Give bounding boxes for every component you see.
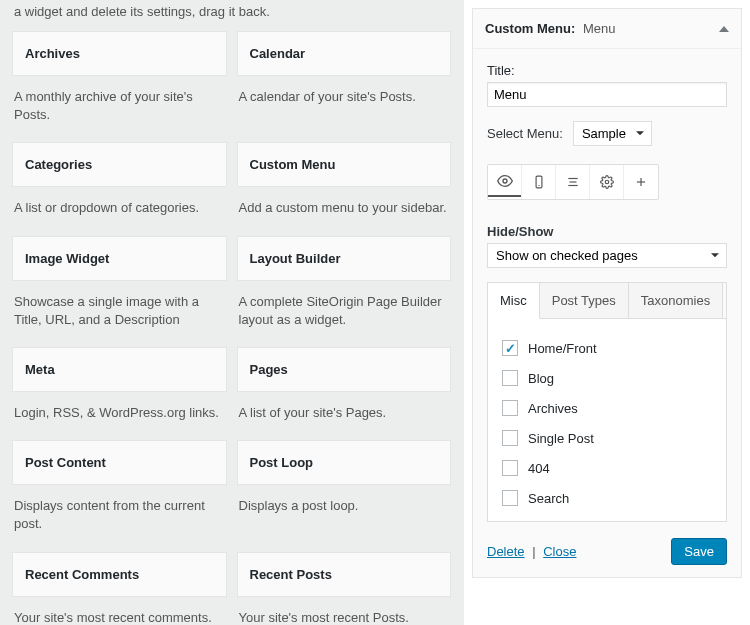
check-label: Search <box>528 491 569 506</box>
visibility-tab[interactable]: Misc <box>488 283 540 319</box>
widget-desc: A monthly archive of your site's Posts. <box>12 76 227 132</box>
delete-link[interactable]: Delete <box>487 544 525 559</box>
panel-header[interactable]: Custom Menu: Menu <box>473 9 741 48</box>
check-item[interactable]: 404 <box>502 453 712 483</box>
widget-desc: Displays a post loop. <box>237 485 452 523</box>
widget-card: Layout BuilderA complete SiteOrigin Page… <box>237 236 452 337</box>
widget-desc: Displays content from the current post. <box>12 485 227 541</box>
widget-title[interactable]: Calendar <box>237 31 452 76</box>
checkbox[interactable] <box>502 430 518 446</box>
widget-card: CalendarA calendar of your site's Posts. <box>237 31 452 132</box>
widget-card: Custom MenuAdd a custom menu to your sid… <box>237 142 452 225</box>
select-menu-label: Select Menu: <box>487 126 563 141</box>
check-item[interactable]: Single Post <box>502 423 712 453</box>
mobile-icon[interactable] <box>522 165 556 199</box>
checkbox[interactable] <box>502 490 518 506</box>
check-label: Archives <box>528 401 578 416</box>
svg-point-6 <box>605 180 609 184</box>
widget-title[interactable]: Layout Builder <box>237 236 452 281</box>
widget-desc: Your site's most recent comments. <box>12 597 227 626</box>
widget-title[interactable]: Post Loop <box>237 440 452 485</box>
check-item[interactable]: Archives <box>502 393 712 423</box>
widget-card: Post LoopDisplays a post loop. <box>237 440 452 541</box>
widget-card: Recent PostsYour site's most recent Post… <box>237 552 452 626</box>
check-label: Home/Front <box>528 341 597 356</box>
collapse-icon[interactable] <box>719 26 729 32</box>
widget-desc: A list of your site's Pages. <box>237 392 452 430</box>
widget-desc: Your site's most recent Posts. <box>237 597 452 626</box>
widget-title[interactable]: Image Widget <box>12 236 227 281</box>
check-item[interactable]: Blog <box>502 363 712 393</box>
intro-text: a widget and delete its settings, drag i… <box>12 0 451 31</box>
widget-desc: A list or dropdown of categories. <box>12 187 227 225</box>
widget-icon-tabs <box>487 164 659 200</box>
widget-title[interactable]: Meta <box>12 347 227 392</box>
checkbox[interactable] <box>502 340 518 356</box>
available-widgets-panel: a widget and delete its settings, drag i… <box>0 0 463 625</box>
svg-point-0 <box>503 179 507 183</box>
panel-subtitle: Menu <box>583 21 616 36</box>
visibility-tab[interactable]: Post Types <box>540 283 629 318</box>
widget-panel: Custom Menu: Menu Title: Select Menu: Sa… <box>472 8 742 578</box>
widget-settings-column: Custom Menu: Menu Title: Select Menu: Sa… <box>463 0 750 625</box>
hide-show-dropdown[interactable]: Show on checked pages <box>487 243 727 268</box>
visibility-tab[interactable]: Taxonomies <box>629 283 723 318</box>
widget-card: Post ContentDisplays content from the cu… <box>12 440 227 541</box>
widget-desc: A complete SiteOrigin Page Builder layou… <box>237 281 452 337</box>
check-label: 404 <box>528 461 550 476</box>
hide-show-label: Hide/Show <box>487 224 727 239</box>
widget-card: Recent CommentsYour site's most recent c… <box>12 552 227 626</box>
widget-desc: Showcase a single image with a Title, UR… <box>12 281 227 337</box>
save-button[interactable]: Save <box>671 538 727 565</box>
widget-title[interactable]: Custom Menu <box>237 142 452 187</box>
plus-icon[interactable] <box>624 165 658 199</box>
panel-name: Custom Menu: <box>485 21 575 36</box>
eye-icon[interactable] <box>488 165 522 199</box>
widget-card: ArchivesA monthly archive of your site's… <box>12 31 227 132</box>
widget-title[interactable]: Recent Comments <box>12 552 227 597</box>
align-icon[interactable] <box>556 165 590 199</box>
widget-desc: Add a custom menu to your sidebar. <box>237 187 452 225</box>
widget-card: MetaLogin, RSS, & WordPress.org links. <box>12 347 227 430</box>
widget-card: PagesA list of your site's Pages. <box>237 347 452 430</box>
widget-title[interactable]: Recent Posts <box>237 552 452 597</box>
visibility-tabs: MiscPost TypesTaxonomies Home/FrontBlogA… <box>487 282 727 522</box>
widget-title[interactable]: Archives <box>12 31 227 76</box>
title-label: Title: <box>487 63 727 78</box>
widget-desc: Login, RSS, & WordPress.org links. <box>12 392 227 430</box>
widget-title[interactable]: Categories <box>12 142 227 187</box>
check-item[interactable]: Search <box>502 483 712 513</box>
check-label: Blog <box>528 371 554 386</box>
widget-title[interactable]: Post Content <box>12 440 227 485</box>
widget-card: Image WidgetShowcase a single image with… <box>12 236 227 337</box>
title-input[interactable] <box>487 82 727 107</box>
close-link[interactable]: Close <box>543 544 576 559</box>
check-label: Single Post <box>528 431 594 446</box>
widget-title[interactable]: Pages <box>237 347 452 392</box>
widget-card: CategoriesA list or dropdown of categori… <box>12 142 227 225</box>
checkbox[interactable] <box>502 460 518 476</box>
check-item[interactable]: Home/Front <box>502 333 712 363</box>
select-menu-dropdown[interactable]: Sample <box>573 121 652 146</box>
widget-desc: A calendar of your site's Posts. <box>237 76 452 114</box>
checkbox[interactable] <box>502 400 518 416</box>
gear-icon[interactable] <box>590 165 624 199</box>
checkbox[interactable] <box>502 370 518 386</box>
